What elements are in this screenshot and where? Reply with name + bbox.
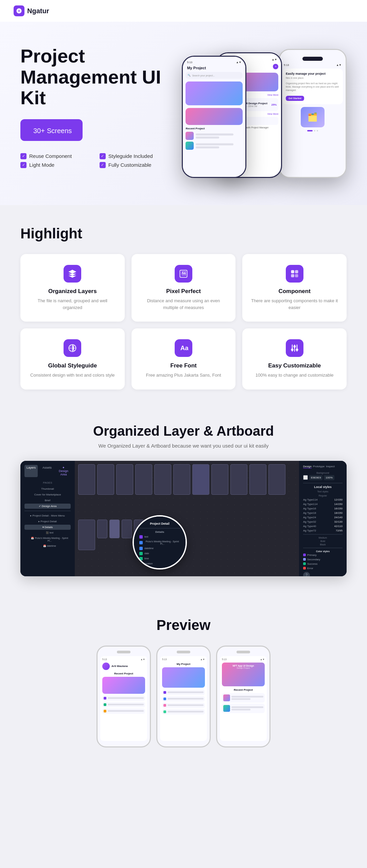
right-divider-3: [303, 548, 343, 548]
magnifier: Project Detail Details text Picko's Week…: [133, 515, 187, 569]
more-button[interactable]: ?: [303, 572, 310, 576]
preview-dot-6: [163, 704, 166, 707]
preview-card-1: [102, 677, 145, 694]
prop-background-label: Background: [303, 472, 343, 474]
detail-sprint: 📅 Picko's Weekly Meeting - Sprint Pl...: [29, 536, 71, 543]
medium-label: Medium: [303, 537, 343, 539]
preview-avatar-name-1: Arti Maulana: [111, 665, 128, 668]
list-item-1: [186, 132, 243, 140]
card-desc-organized-layers: The file is named, grouped and well orga…: [29, 297, 117, 311]
artboard-sidebar-tabs: Layers Assets ✦ Design Area: [24, 465, 71, 477]
card-desc-easy-customizable: 100% easy to change and customizable: [256, 372, 334, 379]
card-icon-global-styleguide: [64, 339, 81, 357]
mag-text-sprint: Picko's Weekly Meeting - Sprint Pl...: [144, 540, 180, 545]
preview-status-3: 5:13 ▲▼: [222, 658, 265, 661]
color-name-primary: Primary: [307, 554, 317, 557]
preview-hero-card: [162, 667, 205, 688]
list-item-2: [186, 142, 243, 150]
svg-rect-2: [291, 270, 294, 273]
style-val-5: 24/140: [334, 516, 343, 519]
highlight-cards-grid: Organized Layers The file is named, grou…: [20, 254, 347, 390]
style-name-7: Ag Type40: [303, 525, 316, 528]
preview-time-2: 5:13: [162, 658, 167, 661]
front-status: 5:13▲▼: [186, 61, 243, 64]
artboard-subtitle: We Organized Layer & Artboard because we…: [20, 443, 347, 449]
preview-notch-3: [237, 651, 250, 653]
card-title-free-font: Free Font: [170, 362, 196, 369]
preview-screen-3: 5:13 ▲▼ NFT App UI Design Design Project…: [220, 656, 267, 741]
svg-text:Aa: Aa: [180, 344, 188, 351]
tab-layers: Layers: [24, 465, 38, 477]
preview-list-7: [162, 709, 205, 715]
preview-list-8: [222, 693, 265, 703]
mag-item-sprint: Picko's Weekly Meeting - Sprint Pl...: [139, 540, 180, 545]
card-global-styleguide: Global Styleguide Consistent design with…: [20, 328, 125, 390]
color-name-error: Error: [307, 567, 313, 570]
check-icon-1: ✓: [20, 153, 27, 159]
magnifier-content: Project Detail Details text Picko's Week…: [134, 517, 186, 568]
preview-wifi-3: ▲▼: [260, 658, 265, 661]
check-icon-4: ✓: [100, 162, 106, 168]
mag-icon-date: [139, 552, 143, 555]
preview-text-6: [168, 704, 204, 706]
preview-title: Preview: [20, 617, 347, 633]
style-type32: Ag Type32 32/130: [303, 520, 343, 523]
page-cover: Cover for Marketplace: [24, 492, 71, 497]
right-tab-design: Design: [303, 465, 312, 468]
frame-2: [97, 464, 114, 495]
preview-section-3: Recent Project: [222, 688, 265, 691]
preview-phone-3: 5:13 ▲▼ NFT App UI Design Design Project…: [216, 646, 270, 747]
svg-text:Aa: Aa: [181, 271, 186, 275]
style-val-3: 16/150: [334, 507, 343, 510]
front-screen: 5:13▲▼ My Project 🔍 Search your project.…: [183, 57, 245, 177]
hero-badge-number: 30+: [33, 127, 45, 134]
background-value: E9E9E9: [309, 475, 322, 480]
front-card-1: [186, 82, 243, 105]
artboard-right-tabs: Design Prototype Inspect: [303, 465, 343, 468]
mag-icon-text: [139, 535, 143, 539]
card-title-pixel-perfect: Pixel Perfect: [166, 288, 201, 295]
card-title-organized-layers: Organized Layers: [48, 288, 97, 295]
preview-text-4: [168, 691, 204, 693]
background-swatch: [303, 475, 308, 480]
style-type16: Ag Type16 16/150: [303, 507, 343, 510]
preview-text-1: [108, 697, 144, 699]
highlight-section: Highlight Organized Layers The file is n…: [0, 205, 367, 403]
style-val-4: 18/150: [334, 511, 343, 514]
feature-reuse: ✓ Reuse Component: [20, 153, 93, 159]
bold-label: Bold: [303, 540, 343, 542]
page-project-detail: ▸ Project Detail: [24, 519, 71, 524]
style-name-1: Ag Type114: [303, 498, 318, 501]
card-component: Component There are supporting component…: [242, 254, 347, 322]
frame-11: [268, 464, 285, 495]
preview-time-1: 5:13: [102, 658, 107, 661]
mag-item-text: text: [139, 535, 180, 539]
card-pixel-perfect: Aa Pixel Perfect Distance and measure us…: [132, 254, 236, 322]
tab-assets: Assets: [40, 465, 54, 477]
regular-label: Regular: [303, 494, 343, 497]
hero-features: ✓ Reuse Component ✓ Styleguide Included …: [20, 153, 172, 168]
check-icon-3: ✓: [20, 162, 27, 168]
background-opacity: 100%: [324, 475, 334, 480]
color-swatch-success: [303, 562, 306, 565]
mag-icon-datetime: [139, 547, 143, 550]
feature-custom: ✓ Fully Customizable: [100, 162, 172, 168]
card-title-global-styleguide: Global Styleguide: [48, 362, 97, 369]
page-details: ▾ Details: [24, 525, 71, 530]
preview-status-1: 5:13 ▲▼: [102, 658, 145, 661]
right-tab-prototype: Prototype: [313, 465, 325, 468]
navbar: Ngatur: [0, 0, 367, 22]
frame-8: [211, 464, 228, 495]
card-icon-easy-customizable: [286, 339, 303, 357]
svg-rect-3: [295, 270, 298, 273]
card-free-font: Aa Free Font Free amazing Plus Jakarta S…: [132, 328, 236, 390]
preview-list-2: [102, 702, 145, 707]
frame-s2: [109, 520, 120, 538]
preview-my-project-label: My Project: [162, 663, 205, 666]
mag-text-date: date: [144, 552, 149, 555]
color-name-secondary: Secondary: [307, 558, 320, 561]
preview-section-label-1: Recent Project: [102, 672, 145, 675]
preview-phones: 5:13 ▲▼ Arti Maulana Recent Project: [20, 646, 347, 747]
mag-item-time: time: [139, 557, 180, 560]
preview-text-8: [231, 696, 263, 698]
